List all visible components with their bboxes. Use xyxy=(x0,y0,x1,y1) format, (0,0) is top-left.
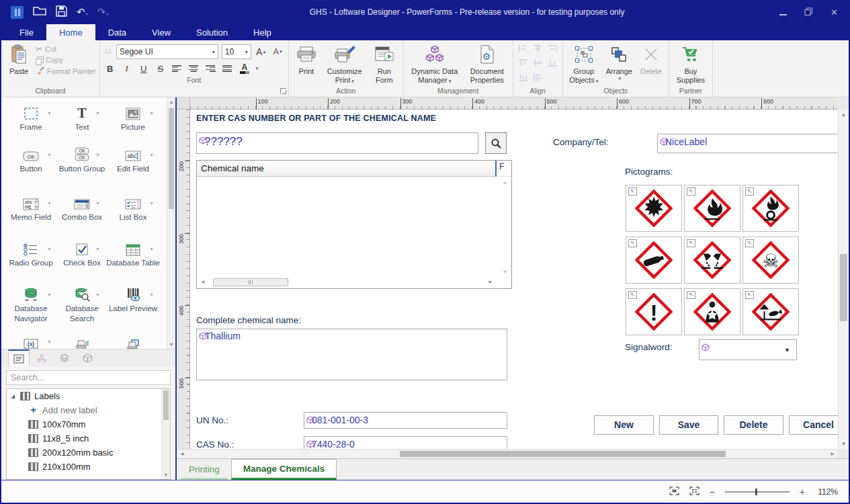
pictogram-irritant[interactable]: ↖! xyxy=(626,288,682,335)
toolbox-item-list-box[interactable]: ▼List Box xyxy=(106,194,160,240)
toolbox-item-database-search[interactable]: ▼Database Search xyxy=(58,286,106,333)
toolbox-item-picture[interactable]: ▼Picture xyxy=(106,104,160,146)
pictogram-toxic[interactable]: ↖☠ xyxy=(742,237,799,284)
toolbox-scrollbar[interactable]: ▲ ▼ xyxy=(167,97,175,349)
doc-tab-printing[interactable]: Printing xyxy=(177,459,231,480)
scroll-right-icon[interactable]: ► xyxy=(827,450,838,458)
strikethrough-button[interactable]: S xyxy=(154,62,167,75)
chevron-down-icon[interactable]: ▼ xyxy=(47,153,52,157)
chevron-down-icon[interactable]: ▼ xyxy=(784,347,790,353)
menu-tab-view[interactable]: View xyxy=(139,24,183,40)
group-objects-button[interactable]: Group Objects▾ xyxy=(565,42,603,84)
bold-button[interactable]: B xyxy=(103,62,117,75)
distribute-vertical-icon[interactable] xyxy=(533,73,543,85)
toolbox-item-frame[interactable]: ▼Frame xyxy=(4,104,58,146)
table-header-secondary[interactable]: F xyxy=(498,161,511,177)
toolbox-item-check-box[interactable]: ▼Check Box xyxy=(58,240,106,286)
tab-form-objects[interactable] xyxy=(8,349,30,367)
table-horizontal-scrollbar[interactable]: ◄► xyxy=(198,277,495,287)
chevron-down-icon[interactable]: ▼ xyxy=(149,247,154,251)
scroll-up-icon[interactable]: ▲ xyxy=(839,112,849,118)
pictogram-gas-under-pressure[interactable]: ↖ xyxy=(626,237,682,284)
align-left-button[interactable] xyxy=(171,62,184,75)
redo-icon[interactable]: ↷▾ xyxy=(97,6,109,18)
un-no-field[interactable]: 081-001-00-3 xyxy=(304,412,507,429)
close-button[interactable]: ✕ xyxy=(831,8,838,17)
chevron-down-icon[interactable]: ▼ xyxy=(47,339,52,344)
toolbox-item-combo-box[interactable]: ▼Combo Box xyxy=(58,194,106,240)
menu-tab-help[interactable]: Help xyxy=(241,24,284,40)
tree-scrollbar[interactable]: ▼ xyxy=(161,389,170,479)
scroll-down-icon[interactable]: ▼ xyxy=(167,342,175,347)
align-right-button[interactable] xyxy=(204,62,218,75)
menu-tab-home[interactable]: Home xyxy=(46,24,95,40)
underline-button[interactable]: U xyxy=(137,62,151,75)
align-tops-icon[interactable] xyxy=(518,58,528,70)
chevron-down-icon[interactable]: ▼ xyxy=(47,111,52,116)
dynamic-data-manager-button[interactable]: Dynamic Data Manager▾ xyxy=(406,42,464,84)
save-icon[interactable] xyxy=(56,5,67,19)
shrink-font-button[interactable]: A▼ xyxy=(271,45,285,58)
format-painter-button[interactable]: Format Painter xyxy=(36,66,96,76)
run-form-button[interactable]: Run Form xyxy=(368,42,401,84)
align-lefts-icon[interactable] xyxy=(518,43,528,55)
toolbox-item-form-action[interactable]: ⚙ xyxy=(58,333,106,349)
cas-no-field[interactable]: 7440-28-0 xyxy=(304,436,507,449)
zoom-in-button[interactable]: + xyxy=(800,487,805,497)
scroll-left-icon[interactable]: ◄ xyxy=(177,450,187,458)
zoom-slider[interactable] xyxy=(725,491,790,493)
align-middles-icon[interactable] xyxy=(533,58,543,70)
italic-button[interactable]: I xyxy=(120,62,134,75)
table-header-chemical-name[interactable]: Chemical name xyxy=(197,161,497,177)
scroll-down-icon[interactable]: ▼ xyxy=(162,472,170,477)
pictogram-oxidizing[interactable]: ↖ xyxy=(742,185,799,232)
complete-name-memo[interactable]: Thallium xyxy=(196,329,507,380)
toolbox-item-label-preview[interactable]: ▼Label Preview xyxy=(106,286,160,333)
new-button[interactable]: New xyxy=(594,415,654,435)
table-vertical-scrollbar[interactable]: ▲▼ xyxy=(500,179,510,275)
tree-root-labels[interactable]: ◢Labels xyxy=(7,389,170,403)
chevron-down-icon[interactable]: ▼ xyxy=(149,292,154,297)
canvas-horizontal-scrollbar[interactable]: ◄ ► xyxy=(177,449,838,458)
align-centers-icon[interactable] xyxy=(533,43,543,55)
tree-item-label[interactable]: 200x120mm basic xyxy=(7,446,170,460)
toolbox-item-formula-field[interactable]: (x)▼ xyxy=(4,333,58,349)
chemical-results-table[interactable]: Chemical name F ▲▼ ◄► xyxy=(196,160,512,289)
search-button[interactable] xyxy=(485,132,507,154)
menu-tab-solution[interactable]: Solution xyxy=(183,24,241,40)
toolbox-item-database-table[interactable]: ▼Database Table xyxy=(106,240,160,286)
expander-icon[interactable]: ◢ xyxy=(9,393,16,399)
chevron-down-icon[interactable]: ▼ xyxy=(149,153,154,157)
toolbox-item-radio-group[interactable]: ▼Radio Group xyxy=(4,240,58,286)
save-button[interactable]: Save xyxy=(659,415,718,435)
align-center-button[interactable] xyxy=(187,62,201,75)
tree-item-label[interactable]: 100x70mm xyxy=(7,417,170,431)
scroll-up-icon[interactable]: ▲ xyxy=(167,99,175,104)
delete-button[interactable]: Delete xyxy=(636,42,667,76)
copy-button[interactable]: Copy xyxy=(36,56,96,64)
pictogram-flammable[interactable]: ↖ xyxy=(684,185,740,232)
arrange-button[interactable]: Arrange ▾ xyxy=(603,42,636,81)
buy-supplies-button[interactable]: Buy Supplies xyxy=(671,42,710,84)
pictogram-explosive[interactable]: ↖ xyxy=(626,185,682,232)
chevron-down-icon[interactable]: ▼ xyxy=(95,201,100,206)
toolbox-item-form-window[interactable] xyxy=(106,333,160,349)
minimize-button[interactable] xyxy=(779,8,787,17)
open-icon[interactable] xyxy=(33,5,46,19)
cas-search-field[interactable]: ?????? xyxy=(196,132,478,154)
font-size-select[interactable]: 10▾ xyxy=(222,44,251,59)
print-button[interactable]: Print xyxy=(291,42,322,76)
tab-layers[interactable] xyxy=(54,349,75,367)
cut-button[interactable]: ✂Cut xyxy=(36,44,96,54)
font-color-button[interactable]: A xyxy=(238,62,251,75)
canvas-vertical-scrollbar[interactable]: ▲ ▼ xyxy=(838,110,849,449)
chevron-down-icon[interactable]: ▼ xyxy=(149,111,154,116)
pictogram-corrosive[interactable]: ↖ xyxy=(684,237,740,284)
pictogram-environmental-hazard[interactable]: ↖ xyxy=(742,288,799,335)
chevron-down-icon[interactable]: ▼ xyxy=(95,247,100,251)
menu-tab-file[interactable]: File xyxy=(7,24,46,40)
tree-item-label[interactable]: 210x100mm xyxy=(7,460,170,474)
font-color-caret[interactable]: ▾ xyxy=(256,66,259,71)
zoom-fit-document-icon[interactable] xyxy=(669,486,679,498)
toolbox-item-edit-field[interactable]: abc▼Edit Field xyxy=(106,146,160,194)
